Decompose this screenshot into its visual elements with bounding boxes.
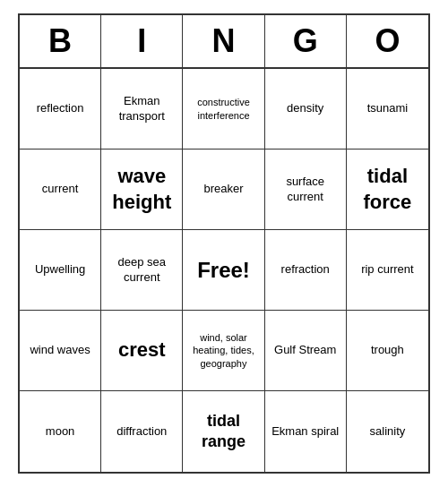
bingo-header: BINGO — [20, 15, 428, 69]
bingo-cell: Free! — [183, 230, 264, 311]
bingo-cell: moon — [20, 391, 101, 472]
bingo-cell: wave height — [101, 150, 183, 230]
header-letter: N — [183, 15, 264, 67]
bingo-cell: crest — [101, 311, 183, 391]
bingo-cell: wind waves — [20, 311, 101, 391]
bingo-grid: reflectionEkman transportconstructive in… — [20, 69, 428, 472]
bingo-cell: Gulf Stream — [265, 311, 347, 391]
bingo-cell: Ekman transport — [101, 69, 183, 150]
bingo-cell: current — [20, 150, 101, 230]
bingo-cell: density — [265, 69, 347, 150]
bingo-cell: trough — [347, 311, 428, 391]
bingo-cell: diffraction — [101, 391, 183, 472]
header-letter: B — [20, 15, 101, 67]
bingo-cell: tidal force — [347, 150, 428, 230]
header-letter: I — [101, 15, 183, 67]
bingo-card: BINGO reflectionEkman transportconstruct… — [18, 13, 430, 474]
bingo-cell: reflection — [20, 69, 101, 150]
bingo-cell: salinity — [347, 391, 428, 472]
bingo-cell: Ekman spiral — [265, 391, 347, 472]
header-letter: G — [265, 15, 347, 67]
bingo-cell: tidal range — [183, 391, 264, 472]
bingo-cell: Upwelling — [20, 230, 101, 311]
bingo-cell: breaker — [183, 150, 264, 230]
bingo-cell: deep sea current — [101, 230, 183, 311]
bingo-cell: tsunami — [347, 69, 428, 150]
bingo-cell: rip current — [347, 230, 428, 311]
bingo-cell: constructive interference — [183, 69, 264, 150]
bingo-cell: wind, solar heating, tides, geography — [183, 311, 264, 391]
bingo-cell: surface current — [265, 150, 347, 230]
bingo-cell: refraction — [265, 230, 347, 311]
header-letter: O — [347, 15, 428, 67]
